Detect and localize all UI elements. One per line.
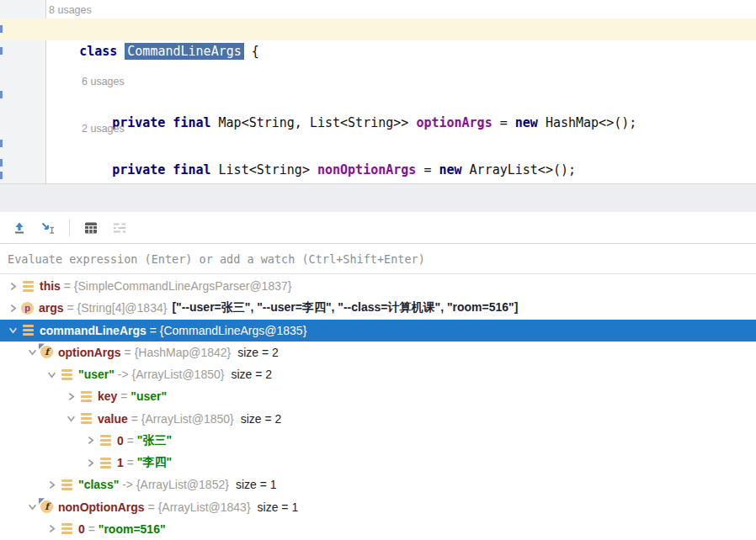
chevron-right-icon[interactable]: [83, 435, 98, 447]
variable-row-key[interactable]: key = "user": [0, 385, 756, 407]
map-entry-row-class[interactable]: "class" -> {ArrayList@1852}size = 1: [0, 474, 756, 495]
line-number-fragment: [0, 91, 3, 98]
parameter-icon: p: [21, 302, 34, 315]
array-preview: ["--user=张三", "--user=李四", "--class=计算机课…: [172, 300, 518, 315]
equals-sign: =: [121, 346, 135, 359]
variable-row-args[interactable]: p args = {String[4]@1834}["--user=张三", "…: [0, 297, 756, 319]
chevron-down-icon[interactable]: [24, 501, 40, 513]
variable-name: key: [98, 389, 117, 403]
line-number-fragment: [0, 25, 3, 33]
final-badge: [39, 498, 45, 504]
line-number-fragment: [0, 47, 3, 55]
variable-name: this: [40, 279, 61, 293]
evaluate-expression-input[interactable]: Evaluate expression (Enter) or add a wat…: [0, 245, 756, 274]
list-item-row-0[interactable]: 0 = "张三": [0, 430, 756, 452]
size-label: size = 2: [237, 346, 279, 359]
variables-tree: this = {SimpleCommandLineArgsParser@1837…: [0, 275, 756, 540]
equals-sign: =: [124, 456, 137, 469]
entry-key: "class": [78, 478, 119, 491]
add-to-watches-icon[interactable]: [37, 217, 59, 239]
chevron-down-icon[interactable]: [44, 368, 59, 380]
variable-icon: [23, 325, 34, 336]
constructor-call: ArrayList<>();: [462, 162, 576, 177]
index-label: 1: [117, 456, 124, 469]
variable-value: {CommandLineArgs@1835}: [160, 324, 307, 337]
keyword-class: class: [79, 44, 125, 59]
view-as-table-icon[interactable]: [80, 217, 102, 239]
field-name: nonOptionArgs: [317, 162, 416, 177]
map-entry-row-user[interactable]: "user" -> {ArrayList@1850}size = 2: [0, 363, 756, 385]
equals-sign: =: [64, 301, 77, 315]
variable-row-nonoptionargs[interactable]: f nonOptionArgs = {ArrayList@1843}size =…: [0, 496, 756, 518]
evaluate-arrow-up-icon[interactable]: [8, 217, 30, 239]
debugger-variables-toolbar: [0, 212, 756, 244]
chevron-down-icon[interactable]: [24, 347, 40, 358]
filter-icon[interactable]: [109, 217, 130, 239]
usages-hint[interactable]: 2 usages: [82, 122, 125, 136]
equals: =: [416, 162, 439, 177]
variable-value: {ArrayList@1843}: [158, 500, 251, 514]
line-number-fragment: [0, 172, 3, 179]
code-editor[interactable]: 8 usages class CommandLineArgs { 6 usage…: [0, 0, 756, 183]
chevron-right-icon[interactable]: [44, 523, 59, 535]
chevron-right-icon[interactable]: [5, 302, 20, 314]
equals-sign: =: [145, 500, 158, 514]
variable-name: value: [98, 412, 128, 426]
entry-value: {ArrayList@1850}: [131, 368, 224, 381]
arrow-sign: ->: [114, 368, 132, 381]
variable-icon: [61, 369, 72, 380]
equals-sign: =: [85, 522, 98, 536]
entry-key: "user": [78, 368, 114, 381]
usages-hint[interactable]: 6 usages: [82, 75, 125, 89]
type-list: List<String>: [219, 162, 317, 177]
list-item-row-room[interactable]: 0 = "room=516": [0, 518, 756, 540]
chevron-right-icon[interactable]: [83, 457, 98, 469]
chevron-right-icon[interactable]: [63, 390, 78, 402]
usages-hint[interactable]: 8 usages: [49, 3, 92, 18]
index-label: 0: [117, 434, 124, 447]
equals-sign: =: [117, 389, 130, 403]
variable-icon: [100, 458, 111, 469]
variable-value: {String[4]@1834}: [77, 301, 168, 315]
chevron-down-icon[interactable]: [63, 413, 78, 425]
equals-sign: =: [128, 412, 141, 426]
equals-sign: =: [124, 434, 137, 447]
chevron-right-icon[interactable]: [5, 280, 20, 292]
size-label: size = 1: [258, 500, 299, 514]
list-item-row-1[interactable]: 1 = "李四": [0, 452, 756, 474]
string-value: "张三": [137, 433, 172, 448]
variable-value: {HashMap@1842}: [135, 346, 232, 359]
toolbar-separator: [69, 220, 70, 236]
variable-value: {SimpleCommandLineArgsParser@1837}: [74, 279, 292, 293]
arrow-sign: ->: [119, 478, 136, 491]
variable-icon: [81, 413, 92, 424]
line-number-fragment: [0, 159, 3, 167]
variable-name: commandLineArgs: [40, 324, 146, 337]
field-icon: f: [40, 346, 53, 358]
keyword-private-final: private final: [112, 115, 218, 130]
equals-sign: =: [146, 324, 160, 337]
constructor-call: HashMap<>();: [538, 115, 636, 130]
entry-value: {ArrayList@1852}: [136, 478, 229, 491]
type-map: Map<String, List<String>>: [219, 115, 417, 130]
keyword-new: new: [515, 115, 538, 130]
field-declaration-nonoptionargs: private final List<String> nonOptionArgs…: [82, 137, 576, 203]
size-label: size = 2: [241, 412, 282, 426]
class-declaration-line: class CommandLineArgs {: [49, 19, 259, 84]
chevron-down-icon[interactable]: [5, 325, 20, 336]
equals-sign: =: [61, 279, 74, 293]
brace: {: [244, 44, 259, 59]
variable-value: {ArrayList@1850}: [141, 412, 234, 426]
variable-row-value[interactable]: value = {ArrayList@1850}size = 2: [0, 408, 756, 430]
variable-row-commandlineargs[interactable]: commandLineArgs = {CommandLineArgs@1835}: [0, 320, 756, 341]
variable-icon: [23, 281, 34, 292]
variable-row-optionargs[interactable]: f optionArgs = {HashMap@1842}size = 2: [0, 341, 756, 363]
line-number-fragment: [0, 140, 3, 147]
string-value: "user": [130, 389, 167, 403]
keyword-new: new: [439, 162, 461, 177]
variable-name: args: [39, 301, 64, 315]
variable-icon: [61, 523, 72, 534]
variable-row-this[interactable]: this = {SimpleCommandLineArgsParser@1837…: [0, 275, 756, 297]
chevron-right-icon[interactable]: [44, 479, 59, 490]
variable-icon: [100, 435, 111, 446]
